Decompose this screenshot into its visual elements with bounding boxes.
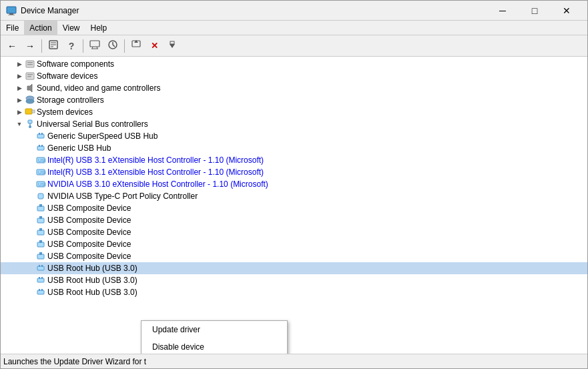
disable-icon: ✕ — [151, 41, 158, 51]
svg-rect-54 — [37, 254, 44, 259]
svg-rect-45 — [38, 194, 43, 199]
context-disable-device[interactable]: Disable device — [141, 338, 287, 354]
menu-action[interactable]: Action — [24, 21, 57, 35]
content-area: ▶ Software components ▶ — [1, 57, 587, 354]
system-devices-label: System devices — [37, 107, 93, 117]
svg-rect-29 — [32, 110, 35, 113]
tree-item-software-devices[interactable]: ▶ Software devices — [1, 70, 587, 82]
device-tree[interactable]: ▶ Software components ▶ — [1, 57, 587, 354]
properties-button[interactable] — [45, 37, 62, 55]
svg-rect-58 — [41, 265, 43, 267]
tree-item-usb-root-hub-1[interactable]: USB Root Hub (USB 3.0) — [1, 262, 587, 274]
expand-sound-video[interactable]: ▶ — [14, 83, 25, 93]
svg-marker-16 — [170, 44, 175, 48]
expand-root-hub-1 — [25, 263, 35, 274]
device-manager-window: Device Manager ─ □ ✕ File Action View He… — [0, 0, 588, 369]
help-button[interactable]: ? — [63, 37, 80, 55]
expand-root-hub-3 — [25, 287, 35, 298]
svg-rect-38 — [41, 145, 43, 147]
svg-rect-60 — [39, 277, 40, 279]
svg-rect-2 — [8, 15, 15, 15]
svg-rect-22 — [27, 74, 33, 75]
svg-rect-37 — [39, 145, 40, 147]
expand-usb-controllers[interactable]: ▼ — [14, 119, 25, 129]
expand-storage[interactable]: ▶ — [14, 95, 25, 105]
tree-item-software-components[interactable]: ▶ Software components — [1, 58, 587, 70]
update-driver-button[interactable] — [127, 37, 145, 55]
tree-item-intel-usb31-2[interactable]: USB Intel(R) USB 3.1 eXtensible Host Con… — [1, 166, 587, 178]
tree-item-generic-hub[interactable]: Generic USB Hub — [1, 142, 587, 154]
tree-item-usb-composite-1[interactable]: USB Composite Device — [1, 202, 587, 214]
svg-rect-46 — [37, 206, 44, 211]
expand-nvidia-usb310 — [25, 179, 35, 190]
svg-rect-33 — [37, 134, 44, 138]
uninstall-button[interactable] — [164, 37, 181, 55]
context-menu: Update driver Disable device Uninstall d… — [141, 320, 288, 354]
svg-line-13 — [113, 45, 115, 47]
nvidia-typec-icon — [35, 191, 46, 202]
back-button[interactable]: ← — [3, 37, 21, 55]
maximize-button[interactable]: □ — [519, 1, 550, 21]
expand-superspeed-hub — [25, 131, 35, 141]
generic-hub-icon — [35, 143, 46, 153]
usb-composite-1-icon — [35, 203, 46, 214]
context-update-driver[interactable]: Update driver — [141, 321, 287, 338]
tree-item-sound-video[interactable]: ▶ Sound, video and game controllers — [1, 82, 587, 94]
svg-rect-23 — [27, 76, 31, 77]
tree-item-nvidia-typec[interactable]: NVIDIA USB Type-C Port Policy Controller — [1, 190, 587, 202]
toolbar-sep-3 — [124, 39, 125, 53]
back-icon: ← — [7, 41, 17, 51]
svg-rect-57 — [39, 265, 40, 267]
help-icon: ? — [69, 41, 75, 51]
tree-item-storage[interactable]: ▶ Storage controllers — [1, 94, 587, 106]
expand-composite-4 — [25, 239, 35, 250]
svg-rect-47 — [39, 204, 42, 207]
menu-help[interactable]: Help — [85, 21, 113, 35]
forward-button[interactable]: → — [21, 37, 39, 55]
menu-view[interactable]: View — [57, 21, 85, 35]
expand-software-devices[interactable]: ▶ — [14, 71, 25, 81]
svg-rect-36 — [37, 146, 44, 150]
svg-rect-17 — [170, 41, 174, 44]
status-bar: Launches the Update Driver Wizard for t — [1, 354, 587, 368]
properties-icon — [48, 39, 59, 52]
tree-item-usb-controllers[interactable]: ▼ Universal Serial Bus controllers — [1, 118, 587, 130]
usb-root-hub-3-icon — [35, 287, 46, 298]
svg-rect-63 — [39, 289, 40, 291]
svg-rect-19 — [27, 62, 33, 63]
superspeed-hub-label: Generic SuperSpeed USB Hub — [47, 131, 158, 141]
tree-item-usb-composite-5[interactable]: USB Composite Device — [1, 250, 587, 262]
close-button[interactable]: ✕ — [551, 1, 582, 21]
svg-rect-35 — [41, 133, 43, 135]
menu-file[interactable]: File — [1, 21, 24, 35]
software-components-icon — [25, 59, 35, 69]
tree-item-usb-composite-2[interactable]: USB Composite Device — [1, 214, 587, 226]
expand-system-devices[interactable]: ▶ — [14, 107, 25, 117]
sound-video-icon — [25, 83, 35, 93]
nvidia-usb310-icon: USB — [35, 179, 46, 190]
system-devices-icon — [25, 107, 35, 117]
nvidia-typec-label: NVIDIA USB Type-C Port Policy Controller — [47, 192, 198, 201]
expand-software-components[interactable]: ▶ — [14, 59, 25, 69]
software-components-label: Software components — [37, 59, 114, 69]
svg-text:USB: USB — [38, 170, 46, 175]
computer-button[interactable] — [86, 37, 103, 55]
tree-item-usb-root-hub-2[interactable]: USB Root Hub (USB 3.0) — [1, 274, 587, 286]
window-title: Device Manager — [21, 6, 487, 15]
svg-rect-34 — [39, 133, 40, 135]
tree-item-intel-usb31-1[interactable]: USB Intel(R) USB 3.1 eXtensible Host Con… — [1, 154, 587, 166]
disable-button[interactable]: ✕ — [145, 37, 163, 55]
svg-rect-20 — [27, 64, 33, 65]
tree-item-nvidia-usb310[interactable]: USB NVIDIA USB 3.10 eXtensible Host Cont… — [1, 178, 587, 190]
scan-button[interactable] — [104, 37, 121, 55]
title-bar: Device Manager ─ □ ✕ — [1, 1, 587, 21]
minimize-button[interactable]: ─ — [487, 1, 518, 21]
tree-item-usb-root-hub-3[interactable]: USB Root Hub (USB 3.0) — [1, 286, 587, 298]
usb-root-hub-3-label: USB Root Hub (USB 3.0) — [47, 288, 137, 297]
expand-composite-1 — [25, 203, 35, 214]
menu-bar: File Action View Help — [1, 21, 587, 35]
tree-item-usb-composite-3[interactable]: USB Composite Device — [1, 226, 587, 238]
tree-item-system-devices[interactable]: ▶ System devices — [1, 106, 587, 118]
tree-item-usb-composite-4[interactable]: USB Composite Device — [1, 238, 587, 250]
tree-item-superspeed-hub[interactable]: Generic SuperSpeed USB Hub — [1, 130, 587, 142]
